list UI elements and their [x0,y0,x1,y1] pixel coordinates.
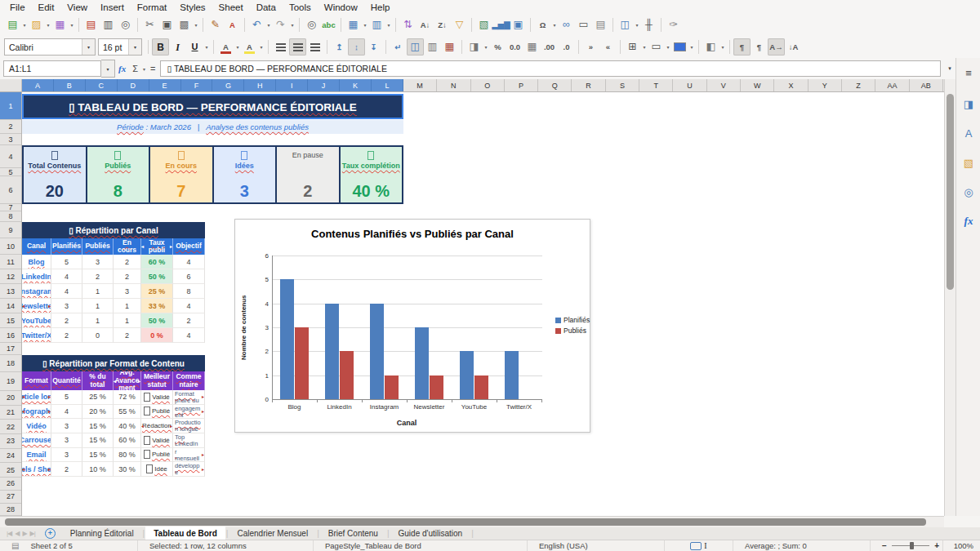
cell-commentaire[interactable]: engagement▸ [173,405,205,420]
wrap-text-button[interactable]: ↵ [390,38,407,56]
column-header-O[interactable]: O [471,79,505,91]
cell-commentaire[interactable]: Production longue [173,419,205,433]
cell-commentaire[interactable]: r mensuelle▸ [173,448,205,463]
italic-button[interactable]: I [169,38,186,56]
column-header-S[interactable]: S [606,79,639,91]
font-size-combo[interactable]: 16 pt▾ [98,38,142,56]
navigator-deck-icon[interactable]: ◎ [956,182,980,202]
cell-avg[interactable]: 40 % [114,419,141,433]
header-cell[interactable]: Objectif [173,238,205,255]
cell-en_cours[interactable]: 2 [114,328,141,343]
column-header-M[interactable]: M [403,79,437,91]
increase-indent-button[interactable]: » [582,38,599,56]
cell-canal-name[interactable]: LinkedIn [22,269,51,284]
row-header-3[interactable]: 3 [0,134,21,145]
sheet-nav-first-button[interactable]: |◀ [5,530,13,537]
format-as-date-button[interactable]: ▦ [523,38,541,56]
border-style-button[interactable]: ▭ [648,38,665,56]
cell-statut[interactable]: Idée [141,462,173,477]
chevron-down-icon[interactable]: ▾ [193,22,199,28]
cell-commentaire[interactable]: Format phare du blog▸ [173,390,205,405]
cell-statut[interactable]: Validé [141,390,173,405]
column-header-D[interactable]: D [118,79,149,91]
properties-deck-icon[interactable]: ◨ [956,94,980,113]
cell-objectif[interactable]: 8 [173,284,205,299]
row-header-19[interactable]: 19 [0,372,21,391]
menu-insert[interactable]: Insert [94,2,131,13]
cell-objectif[interactable]: 4 [173,255,205,269]
cell-quantite[interactable]: 3 [51,433,82,448]
chevron-down-icon[interactable]: ▾ [234,44,241,50]
cell-planifies[interactable]: 2 [51,328,82,343]
cell-en_cours[interactable]: 2 [114,255,141,269]
kpi-card-1[interactable]: Total Contenus20 [24,147,87,202]
row-header-4[interactable]: 4 [0,145,21,168]
cell-taux[interactable]: 50 % [141,269,173,284]
column-header-Q[interactable]: Q [538,79,572,91]
column-header-C[interactable]: C [86,79,118,91]
column-header-U[interactable]: U [673,79,706,91]
unmerge-cells-button[interactable]: ▦ [441,38,458,56]
sheet-nav-previous-button[interactable]: ◀ [13,530,20,537]
cell-en_cours[interactable]: 1 [114,313,141,328]
cell-format-name[interactable]: Carrousel [22,433,51,448]
column-header-W[interactable]: W [741,79,774,91]
vertical-scrollbar-thumb[interactable] [947,94,954,290]
print-button[interactable]: ▥ [100,16,117,33]
cell-statut[interactable]: Validé [141,433,173,448]
row-header-25[interactable]: 25 [0,463,21,478]
cell-publies[interactable]: 2 [82,269,114,284]
row-header-6[interactable]: 6 [0,176,21,204]
sidebar-settings-icon[interactable]: ≡ [956,63,980,82]
kpi-card-6[interactable]: Taux complétion40 % [341,147,404,202]
number-format-button[interactable]: ◨ [466,38,483,56]
borders-button[interactable]: ⊞ [624,38,641,56]
cell-planifies[interactable]: 5 [51,255,82,269]
horizontal-scrollbar[interactable] [0,516,944,527]
gallery-deck-icon[interactable]: ▧ [956,153,980,172]
row-header-11[interactable]: 11 [0,255,21,269]
chevron-down-icon[interactable]: ▾ [203,44,210,50]
chevron-down-icon[interactable]: ▾ [665,44,671,50]
insert-column-button[interactable]: ▥ [368,16,385,33]
chevron-down-icon[interactable]: ▾ [634,22,640,28]
delete-decimal-place-button[interactable]: .0 [558,38,575,56]
cell-commentaire[interactable]: développe▸ [173,462,205,477]
sheet-nav-last-button[interactable]: ▶| [29,530,37,537]
column-header-AB[interactable]: AB [910,79,943,91]
cell-pct[interactable]: 15 % [82,419,114,433]
cell-quantite[interactable]: 2 [51,462,82,477]
cell-en_cours[interactable]: 3 [114,284,141,299]
chevron-down-icon[interactable]: ▾ [641,44,648,50]
cell-publies[interactable]: 1 [82,299,114,313]
autofilter-button[interactable]: ▽ [451,16,468,33]
cell-publies[interactable]: 3 [82,255,114,269]
cell-format-name[interactable]: Article long◂▸ [22,390,51,405]
header-cell[interactable]: Taux publi◂▸ [141,238,173,255]
open-button[interactable]: ▨ [28,16,45,33]
menu-styles[interactable]: Styles [173,2,212,13]
row-header-23[interactable]: 23 [0,434,21,449]
row-header-18[interactable]: 18 [0,355,21,372]
insert-comment-button[interactable]: ▭ [575,16,592,33]
highlighting-color-button[interactable]: A [241,38,258,56]
menu-file[interactable]: File [3,2,32,13]
cell-statut[interactable]: Publié [141,405,173,420]
chevron-down-icon[interactable]: ▾ [688,44,695,50]
cell-canal-name[interactable]: YouTube [22,313,51,328]
cell-objectif[interactable]: 6 [173,269,205,284]
zoom-slider-thumb[interactable] [910,542,914,549]
row-header-28[interactable]: 28 [0,504,21,516]
insert-image-button[interactable]: ▧ [475,16,492,33]
kpi-card-4[interactable]: Idées3 [214,147,278,202]
center-vertically-button[interactable]: ↨ [348,38,365,56]
row-header-12[interactable]: 12 [0,269,21,284]
split-window-button[interactable]: ╫ [640,16,657,33]
menu-tools[interactable]: Tools [283,2,318,13]
row-header-2[interactable]: 2 [0,120,21,134]
cell-taux[interactable]: 0 % [141,328,173,343]
header-cell[interactable]: Avg. Avancement◂▸ [114,371,141,390]
sheet-tab-3[interactable]: Calendrier Mensuel [229,527,316,540]
chevron-down-icon[interactable]: ▾ [69,22,75,28]
zoom-in-button[interactable]: + [934,541,939,550]
